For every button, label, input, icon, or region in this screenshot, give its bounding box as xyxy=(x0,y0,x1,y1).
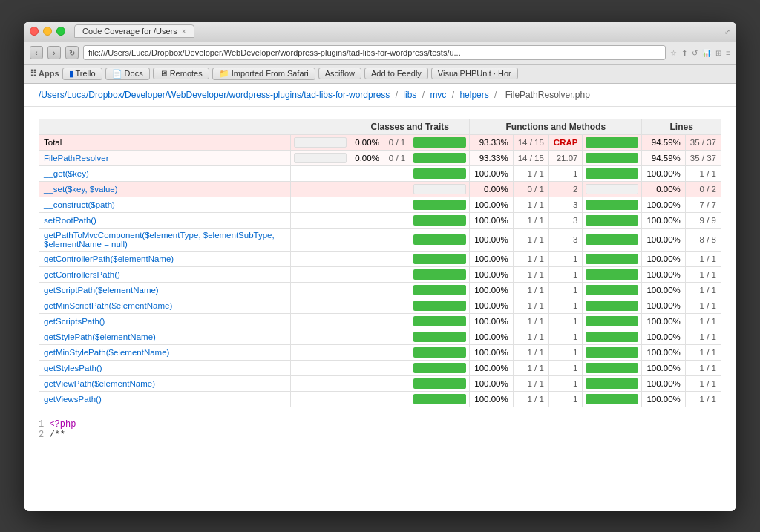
share-icon[interactable]: ⬆ xyxy=(681,49,687,57)
forward-button[interactable]: › xyxy=(48,46,61,59)
lines-frac: 7 / 7 xyxy=(685,197,721,212)
lines-pct: 100.00% xyxy=(642,313,685,329)
funcs-pct: 100.00% xyxy=(470,344,513,360)
funcs-frac: 1 / 1 xyxy=(513,375,548,391)
funcs-frac: 0 / 1 xyxy=(513,181,548,197)
row-label[interactable]: __set($key, $value) xyxy=(39,181,291,197)
maximize-button[interactable] xyxy=(56,27,65,36)
breadcrumb-helpers-link[interactable]: helpers xyxy=(459,90,488,100)
table-row: getMinScriptPath($elementName)100.00%1 /… xyxy=(39,298,721,313)
lines-bar-cell xyxy=(583,391,642,407)
url-bar[interactable]: file:///Users/Luca/Dropbox/Developer/Web… xyxy=(83,45,666,60)
crap-value: 1 xyxy=(548,266,583,282)
code-content-2: /** xyxy=(49,430,65,440)
url-text: file:///Users/Luca/Dropbox/Developer/Web… xyxy=(88,48,461,57)
browser-tab[interactable]: Code Coverage for /Users × xyxy=(74,24,194,38)
back-button[interactable]: ‹ xyxy=(30,46,43,59)
reload-button[interactable]: ↻ xyxy=(65,46,79,59)
code-content-1: <?php xyxy=(49,419,76,430)
breadcrumb-sep-4: / xyxy=(494,90,499,100)
row-label[interactable]: getStylePath($elementName) xyxy=(39,329,291,344)
funcs-bar-cell xyxy=(410,391,470,407)
classes-traits-header: Classes and Traits xyxy=(350,119,470,134)
minimize-button[interactable] xyxy=(43,27,52,36)
row-label[interactable]: getMinStylePath($elementName) xyxy=(39,344,291,360)
table-row: setRootPath()100.00%1 / 13100.00%9 / 9 xyxy=(39,212,721,228)
funcs-bar-cell xyxy=(410,212,470,228)
funcs-bar-cell xyxy=(410,228,470,251)
lines-frac: 1 / 1 xyxy=(685,344,721,360)
funcs-bar-cell xyxy=(410,282,470,298)
bookmark-remotes[interactable]: 🖥 Remotes xyxy=(153,68,209,79)
row-label[interactable]: getControllerPath($elementName) xyxy=(39,251,291,266)
row-label[interactable]: __construct($path) xyxy=(39,197,291,212)
classes-frac: 0 / 1 xyxy=(384,150,410,165)
funcs-pct: 100.00% xyxy=(470,266,513,282)
lines-pct: 100.00% xyxy=(642,212,685,228)
row-label[interactable]: setRootPath() xyxy=(39,212,291,228)
menu-icon[interactable]: ≡ xyxy=(726,49,730,57)
row-label[interactable]: getStylesPath() xyxy=(39,360,291,375)
funcs-pct: 93.33% xyxy=(470,134,513,150)
row-label[interactable]: getScriptsPath() xyxy=(39,313,291,329)
breadcrumb-mvc-link[interactable]: mvc xyxy=(430,90,446,100)
lines-frac: 35 / 37 xyxy=(685,150,721,165)
lines-pct: 100.00% xyxy=(642,228,685,251)
lines-bar-cell xyxy=(583,298,642,313)
table-row: getViewPath($elementName)100.00%1 / 1110… xyxy=(39,375,721,391)
funcs-pct: 100.00% xyxy=(470,228,513,251)
funcs-pct: 100.00% xyxy=(470,165,513,181)
apps-label: Apps xyxy=(39,69,59,78)
classes-empty xyxy=(291,282,410,298)
crap-value: 1 xyxy=(548,251,583,266)
bookmark-docs[interactable]: 📄 Docs xyxy=(105,68,150,80)
grid-icon[interactable]: ⊞ xyxy=(715,49,721,57)
crap-value: CRAP xyxy=(548,134,583,150)
funcs-frac: 1 / 1 xyxy=(513,282,548,298)
classes-empty xyxy=(291,375,410,391)
breadcrumb-libs-link[interactable]: libs xyxy=(403,90,416,100)
bookmark-add-to-feedly[interactable]: Add to Feedly xyxy=(364,68,428,79)
funcs-pct: 100.00% xyxy=(470,360,513,375)
lines-bar-cell xyxy=(583,150,642,165)
lines-bar-cell xyxy=(583,344,642,360)
table-row: getControllerPath($elementName)100.00%1 … xyxy=(39,251,721,266)
row-label[interactable]: getPathToMvcComponent($elementType, $ele… xyxy=(39,228,291,251)
row-label[interactable]: FilePathResolver xyxy=(39,150,291,165)
table-row: getViewsPath()100.00%1 / 11100.00%1 / 1 xyxy=(39,391,721,407)
classes-pct: 0.00% xyxy=(350,150,384,165)
functions-methods-header: Functions and Methods xyxy=(470,119,642,134)
classes-empty xyxy=(291,228,410,251)
bookmark-trello[interactable]: ▮ Trello xyxy=(62,68,102,80)
bookmark-asciflow[interactable]: Asciflow xyxy=(318,68,361,79)
bookmark-imported-from-safari[interactable]: 📁 Imported From Safari xyxy=(212,68,315,80)
bookmark-visualphpunit[interactable]: VisualPHPUnit · Hor xyxy=(431,68,518,79)
main-content: Classes and Traits Functions and Methods… xyxy=(24,107,736,511)
crap-value: 1 xyxy=(548,391,583,407)
lines-bar-cell xyxy=(583,134,642,150)
lines-bar-cell xyxy=(583,251,642,266)
tab-close-button[interactable]: × xyxy=(182,27,186,36)
bar-chart-icon[interactable]: 📊 xyxy=(702,49,711,57)
funcs-frac: 1 / 1 xyxy=(513,391,548,407)
funcs-pct: 100.00% xyxy=(470,282,513,298)
bookmarks-bar: ⠿ Apps ▮ Trello 📄 Docs 🖥 Remotes 📁 Impor… xyxy=(24,65,736,84)
row-label[interactable]: getMinScriptPath($elementName) xyxy=(39,298,291,313)
row-label[interactable]: getViewsPath() xyxy=(39,391,291,407)
lines-pct: 100.00% xyxy=(642,375,685,391)
bookmark-icon[interactable]: ☆ xyxy=(670,49,677,57)
history-icon[interactable]: ↺ xyxy=(692,49,698,57)
empty-header xyxy=(39,119,350,134)
code-section: 1 <?php 2 /** xyxy=(39,419,721,440)
funcs-pct: 0.00% xyxy=(470,181,513,197)
row-label[interactable]: __get($key) xyxy=(39,165,291,181)
funcs-bar-cell xyxy=(410,150,470,165)
close-button[interactable] xyxy=(30,27,39,36)
apps-item[interactable]: ⠿ Apps xyxy=(30,68,59,79)
row-label[interactable]: getControllersPath() xyxy=(39,266,291,282)
breadcrumb-root-link[interactable]: /Users/Luca/Dropbox/Developer/WebDevelop… xyxy=(39,90,390,100)
row-label[interactable]: getScriptPath($elementName) xyxy=(39,282,291,298)
lines-header: Lines xyxy=(642,119,721,134)
funcs-pct: 100.00% xyxy=(470,212,513,228)
row-label[interactable]: getViewPath($elementName) xyxy=(39,375,291,391)
